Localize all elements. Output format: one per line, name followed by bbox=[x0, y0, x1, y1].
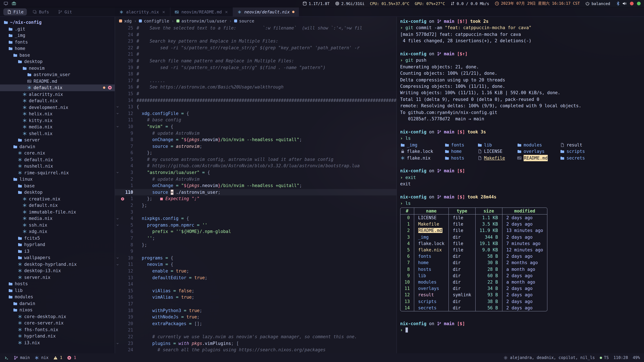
screenshot-icon[interactable] bbox=[12, 1, 16, 6]
tree-item-creative.nix[interactable]: creative.nix bbox=[0, 196, 115, 202]
tree-item-nushell.nix[interactable]: nushell.nix bbox=[0, 163, 115, 169]
tree-item-helix.nix[interactable]: helix.nix bbox=[0, 111, 115, 117]
buffer-tab-alacritty.nix[interactable]: alacritty.nix bbox=[115, 7, 170, 16]
tree-item-server.nix[interactable]: server.nix bbox=[0, 274, 115, 281]
tree-item-neovim[interactable]: neovim bbox=[0, 65, 115, 71]
tree-item-development.nix[interactable]: development.nix bbox=[0, 104, 115, 111]
tree-item-desktop-hyprland.nix[interactable]: desktop-hyprland.nix bbox=[0, 261, 115, 268]
code-line[interactable]: 9 bbox=[115, 248, 396, 255]
tree-item-README.md[interactable]: README.md bbox=[0, 78, 115, 84]
tree-item-core-server.nix[interactable]: core-server.nix bbox=[0, 320, 115, 326]
code-line[interactable]: 11 neovim = { bbox=[115, 261, 396, 268]
code-line[interactable]: 7 ''; bbox=[115, 235, 396, 242]
tree-item-i3.nix[interactable]: i3.nix bbox=[0, 339, 115, 346]
diagnostic-warnings[interactable]: 1 bbox=[53, 355, 62, 360]
code-line[interactable]: 24 # search all the plugins using https:… bbox=[115, 347, 396, 353]
neotree-tab-git[interactable]: Git bbox=[54, 8, 75, 15]
tree-item-hyprland.nix[interactable]: hyprland.nix bbox=[0, 333, 115, 339]
code-line[interactable]: 2 # update AstroNvim bbox=[115, 176, 396, 182]
tray-app-red-icon[interactable] bbox=[630, 2, 634, 5]
tree-item-base[interactable]: base bbox=[0, 52, 115, 58]
tree-item-immutable-file.nix[interactable]: immutable-file.nix bbox=[0, 209, 115, 215]
tree-item-default.nix[interactable]: default.nix bbox=[0, 156, 115, 163]
tree-item-server[interactable]: server bbox=[0, 137, 115, 143]
code-line[interactable]: 110 source = ./astronvim_user; bbox=[115, 189, 396, 196]
code-line[interactable]: 18# bbox=[115, 71, 396, 77]
tree-item-lib[interactable]: lib bbox=[0, 287, 115, 294]
tree-item-fonts[interactable]: fonts bbox=[0, 39, 115, 45]
close-icon[interactable] bbox=[224, 9, 229, 14]
code-line[interactable]: 18 withPython3 = true; bbox=[115, 307, 396, 314]
fold-column[interactable] bbox=[115, 110, 120, 117]
tree-item-hyprland[interactable]: hyprland bbox=[0, 241, 115, 248]
tree-item-i3[interactable]: i3 bbox=[0, 248, 115, 254]
code-line[interactable]: 19# sed -ri "s/pattern_str/replace_str/g… bbox=[115, 64, 396, 71]
code-line[interactable]: 16 vimAlias = true; bbox=[115, 294, 396, 301]
code-line[interactable]: 4 nixpkgs.config = { bbox=[115, 215, 396, 222]
code-line[interactable]: 6 }; bbox=[115, 150, 396, 156]
code-line[interactable]: 2 }; bbox=[115, 202, 396, 209]
tree-item-kitty.nix[interactable]: kitty.nix bbox=[0, 117, 115, 124]
tree-item-wallpapers[interactable]: wallpapers bbox=[0, 254, 115, 261]
tree-item-default.nix[interactable]: default.nix bbox=[0, 97, 115, 104]
terminal[interactable]: nix-config on main [$!] took 2s› git com… bbox=[397, 17, 644, 353]
tree-item-desktop[interactable]: desktop bbox=[0, 189, 115, 196]
tree-item-desktop[interactable]: desktop bbox=[0, 58, 115, 65]
code-line[interactable]: 23# Search key pattern and Replace in Mu… bbox=[115, 38, 396, 44]
power-profile[interactable]: balanced bbox=[585, 1, 610, 6]
tree-item-darwin[interactable]: darwin bbox=[0, 300, 115, 307]
code-line[interactable]: 3 "astronvim/lua/user" = { bbox=[115, 169, 396, 176]
tree-item-fcitx5[interactable]: fcitx5 bbox=[0, 235, 115, 241]
close-icon[interactable] bbox=[161, 9, 166, 14]
code-line[interactable]: 20# Search file name pattern and Replace… bbox=[115, 58, 396, 64]
code-line[interactable]: 8 onChange = "${pkgs.neovim}/bin/nvim --… bbox=[115, 136, 396, 143]
buffer-tab-neovim/default.nix[interactable]: neovim/default.nix bbox=[233, 7, 299, 16]
code-line[interactable]: 9 # update AstroNvim bbox=[115, 130, 396, 136]
code-line[interactable]: 21 bbox=[115, 327, 396, 334]
code-line[interactable]: 12 xdg.configFile = { bbox=[115, 110, 396, 117]
tree-item-nixos[interactable]: nixos bbox=[0, 307, 115, 313]
tree-item-home[interactable]: home bbox=[0, 45, 115, 52]
tray-app-green-icon[interactable] bbox=[637, 2, 641, 5]
code-line[interactable]: 5 programs.npm.npmrc = '' bbox=[115, 222, 396, 228]
code-line[interactable]: 24# bbox=[115, 31, 396, 38]
tree-item-core-desktop.nix[interactable]: core-desktop.nix bbox=[0, 313, 115, 320]
code-line[interactable]: 13{ bbox=[115, 104, 396, 110]
diagnostic-errors[interactable]: 1 bbox=[67, 355, 76, 360]
code-line[interactable]: 17 bbox=[115, 301, 396, 307]
tree-item-.git[interactable]: .git bbox=[0, 26, 115, 32]
fold-column[interactable] bbox=[115, 169, 120, 176]
bluetooth-icon[interactable] bbox=[616, 1, 620, 6]
breadcrumb-item[interactable]: xdg bbox=[119, 18, 132, 23]
code-line[interactable]: 1 onChange = "${pkgs.neovim}/bin/nvim --… bbox=[115, 183, 396, 189]
fold-column[interactable] bbox=[115, 123, 120, 130]
tree-item-astronvim_user[interactable]: astronvim_user bbox=[0, 71, 115, 78]
tree-item-fhs-fonts.nix[interactable]: fhs-fonts.nix bbox=[0, 326, 115, 333]
code-line[interactable]: 8 }; bbox=[115, 242, 396, 248]
tree-item-_img[interactable]: _img bbox=[0, 32, 115, 39]
code-line[interactable]: 14######################################… bbox=[115, 97, 396, 104]
code-line[interactable]: 19 withNodeJs = true; bbox=[115, 314, 396, 320]
tree-item-default.nix[interactable]: default.nix bbox=[0, 84, 115, 91]
buffer-tab-neovim/README.md[interactable]: neovim/README.md bbox=[170, 7, 233, 16]
code-line[interactable]: 7 source = astronvim; bbox=[115, 143, 396, 149]
code-line[interactable]: 21# bbox=[115, 51, 396, 58]
fold-column[interactable] bbox=[115, 255, 120, 261]
code-line[interactable]: 10 programs = { bbox=[115, 255, 396, 261]
code-line[interactable]: 4 # https://github.com/AstroNvim/AstroNv… bbox=[115, 163, 396, 169]
code-line[interactable]: 13 defaultEditor = true; bbox=[115, 274, 396, 281]
volume-icon[interactable] bbox=[622, 1, 626, 6]
tree-item-desktop-i3.nix[interactable]: desktop-i3.nix bbox=[0, 268, 115, 274]
code-line[interactable]: 23 plugins = with pkgs.vimPlugins; [ bbox=[115, 340, 396, 347]
tree-item-modules[interactable]: modules bbox=[0, 294, 115, 300]
code-line[interactable]: 25# Save the selected text to a file: `:… bbox=[115, 25, 396, 31]
code-line[interactable]: 12 enable = true; bbox=[115, 268, 396, 274]
fold-column[interactable] bbox=[115, 261, 120, 268]
breadcrumb-item[interactable]: configFile bbox=[139, 18, 169, 23]
code-line[interactable]: 20 extraPackages = []; bbox=[115, 320, 396, 327]
code-line[interactable]: 5 # my cusotom astronvim config, astronv… bbox=[115, 156, 396, 163]
code-line[interactable]: 14 bbox=[115, 281, 396, 287]
tree-item-rime-squirrel.nix[interactable]: rime-squirrel.nix bbox=[0, 169, 115, 176]
code-line[interactable]: 15# bbox=[115, 90, 396, 97]
code-line[interactable]: 6 prefix = ''${HOME}/.npm-global bbox=[115, 228, 396, 235]
